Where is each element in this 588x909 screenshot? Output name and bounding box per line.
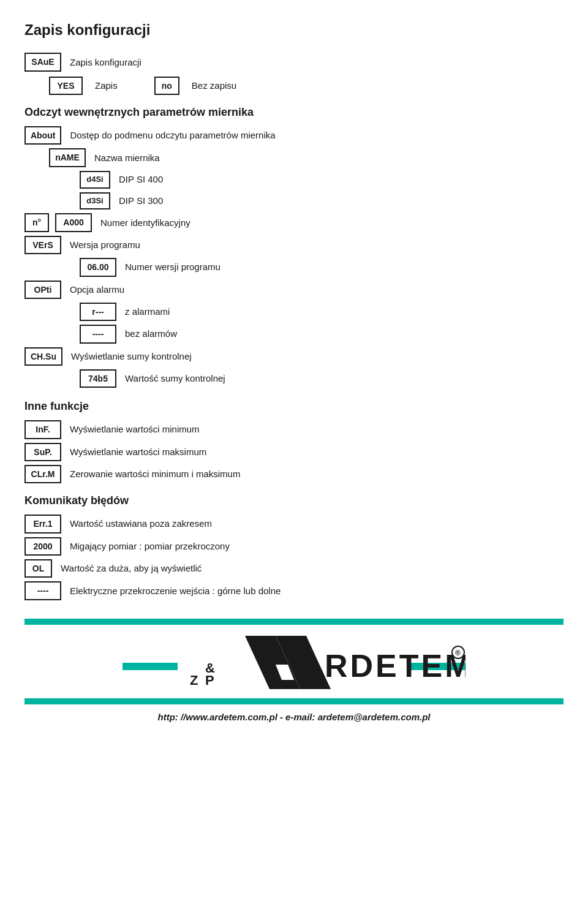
numer-label: Numer identyfikacyjny: [100, 216, 190, 230]
d4si-tag: d4Si: [80, 171, 110, 189]
opti-row: OPti Opcja alarmu: [24, 281, 564, 299]
komunikaty-heading: Komunikaty błędów: [24, 492, 564, 510]
d4si-row: d4Si DIP SI 400: [80, 171, 564, 189]
inf-row: InF. Wyświetlanie wartości minimum: [24, 420, 564, 439]
dashes-tag: ----: [24, 581, 61, 600]
vers-label: Wersja programu: [70, 238, 140, 252]
chsu-row: CH.Su Wyświetlanie sumy kontrolnej: [24, 347, 564, 366]
sup-row: SuP. Wyświetlanie wartości maksimum: [24, 443, 564, 461]
clrm-tag: CLr.M: [24, 465, 61, 483]
footer-url: http: //www.ardetem.com.pl - e-mail: ard…: [24, 712, 564, 722]
d3si-row: d3Si DIP SI 300: [80, 192, 564, 210]
vers-row: VErS Wersja programu: [24, 236, 564, 254]
svg-rect-0: [123, 663, 178, 670]
ol-label: Wartość za duża, aby ją wyświetlić: [61, 561, 202, 576]
d4si-label: DIP SI 400: [119, 172, 163, 187]
logo-area: & Z P S RDETEM ®: [24, 631, 564, 698]
inne-heading: Inne funkcje: [24, 398, 564, 415]
dashes-row: ---- Elektryczne przekroczenie wejścia :…: [24, 581, 564, 600]
chsu-label: Wyświetlanie sumy kontrolnej: [71, 349, 192, 364]
svg-text:P: P: [205, 673, 214, 688]
v74b5-label: Wartość sumy kontrolnej: [125, 371, 225, 386]
saue-row: SAuE Zapis konfiguracji: [24, 53, 564, 71]
chsu-tag: CH.Su: [24, 347, 62, 366]
v0600-row: 06.00 Numer wersji programu: [80, 258, 564, 276]
name-label: Nazwa miernika: [94, 151, 160, 165]
no-tag: no: [154, 77, 179, 95]
svg-text:®: ®: [455, 649, 461, 657]
about-row: About Dostęp do podmenu odczytu parametr…: [24, 126, 564, 145]
footer-bottom-bar: [24, 698, 564, 704]
sup-tag: SuP.: [24, 443, 61, 461]
v74b5-row: 74b5 Wartość sumy kontrolnej: [80, 369, 564, 388]
d3si-label: DIP SI 300: [119, 194, 163, 208]
v2000-tag: 2000: [24, 537, 61, 556]
v0600-tag: 06.00: [80, 258, 116, 276]
svg-text:S: S: [306, 673, 317, 691]
about-label: Dostęp do podmenu odczytu parametrów mie…: [70, 128, 275, 143]
minus4-row: ---- bez alarmów: [80, 325, 564, 343]
clrm-row: CLr.M Zerowanie wartości minimum i maksi…: [24, 465, 564, 483]
err1-row: Err.1 Wartość ustawiana poza zakresem: [24, 515, 564, 533]
rminus-row: r--- z alarmami: [80, 303, 564, 321]
odczyt-heading: Odczyt wewnętrznych parametrów miernika: [24, 104, 564, 121]
v2000-row: 2000 Migający pomiar : pomiar przekroczo…: [24, 537, 564, 556]
ol-row: OL Wartość za duża, aby ją wyświetlić: [24, 559, 564, 578]
yes-tag: YES: [49, 77, 83, 95]
d3si-tag: d3Si: [80, 192, 110, 210]
ol-tag: OL: [24, 559, 52, 578]
v2000-label: Migający pomiar : pomiar przekroczony: [70, 539, 230, 554]
rminus-tag: r---: [80, 303, 116, 321]
rminus-label: z alarmami: [125, 304, 170, 319]
yes-label: Zapis: [95, 78, 118, 93]
saue-tag: SAuE: [24, 53, 61, 71]
footer-top-bar: [24, 619, 564, 625]
opti-label: Opcja alarmu: [70, 282, 124, 297]
n-a000-row: n° A000 Numer identyfikacyjny: [24, 213, 564, 232]
clrm-label: Zerowanie wartości minimum i maksimum: [70, 467, 240, 481]
vers-tag: VErS: [24, 236, 61, 254]
yes-no-row: YES Zapis no Bez zapisu: [49, 77, 564, 95]
svg-text:Z: Z: [190, 673, 198, 688]
v0600-label: Numer wersji programu: [125, 260, 221, 274]
dashes-label: Elektryczne przekroczenie wejścia : górn…: [70, 584, 281, 598]
svg-text:RDETEM: RDETEM: [325, 648, 466, 684]
sup-label: Wyświetlanie wartości maksimum: [70, 445, 206, 459]
v74b5-tag: 74b5: [80, 369, 116, 388]
saue-label: Zapis konfiguracji: [70, 55, 141, 70]
no-label: Bez zapisu: [192, 78, 236, 93]
inf-tag: InF.: [24, 420, 61, 439]
err1-tag: Err.1: [24, 515, 61, 533]
a000-tag: A000: [55, 213, 92, 232]
n-tag: n°: [24, 213, 49, 232]
name-row: nAME Nazwa miernika: [49, 148, 564, 167]
ardetem-logo: & Z P S RDETEM ®: [123, 631, 466, 698]
minus4-label: bez alarmów: [125, 326, 177, 341]
err1-label: Wartość ustawiana poza zakresem: [70, 516, 212, 531]
inf-label: Wyświetlanie wartości minimum: [70, 422, 200, 437]
opti-tag: OPti: [24, 281, 61, 299]
about-tag: About: [24, 126, 61, 145]
page-title: Zapis konfiguracji: [24, 18, 564, 42]
name-tag: nAME: [49, 148, 86, 167]
minus4-tag: ----: [80, 325, 116, 343]
